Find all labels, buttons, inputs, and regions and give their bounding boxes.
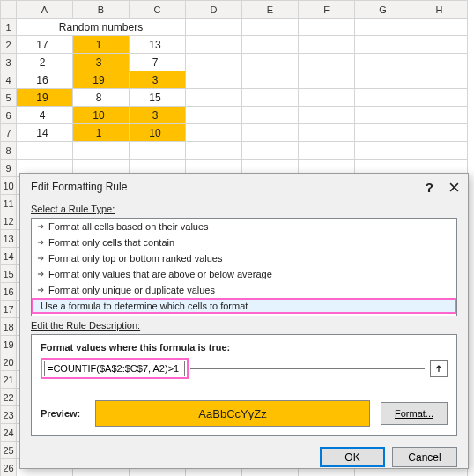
rule-type-item[interactable]: Format only cells that contain (32, 234, 456, 250)
col-header[interactable]: A (17, 1, 73, 19)
row-header[interactable]: 18 (1, 318, 17, 336)
preview-label: Preview: (41, 408, 85, 419)
row-header[interactable]: 26 (1, 459, 17, 477)
row-header[interactable]: 4 (1, 71, 17, 89)
rule-type-list[interactable]: Format all cells based on their values F… (31, 218, 457, 316)
cell[interactable]: 3 (130, 71, 186, 89)
close-icon[interactable] (449, 182, 459, 192)
row-header[interactable]: 17 (1, 301, 17, 318)
row-header[interactable]: 11 (1, 195, 17, 212)
row-header[interactable]: 20 (1, 353, 17, 371)
rule-type-label: Format only values that are above or bel… (48, 269, 272, 279)
cell[interactable]: 1 (73, 36, 130, 54)
cell[interactable]: 16 (17, 71, 73, 89)
row-header[interactable]: 14 (1, 248, 17, 265)
bullet-arrow-icon (37, 255, 45, 262)
row-header[interactable]: 24 (1, 424, 17, 442)
dialog-titlebar[interactable]: Edit Formatting Rule ? (20, 174, 468, 200)
cell[interactable]: 19 (17, 89, 73, 107)
title-cell[interactable]: Random numbers (17, 19, 186, 36)
cell[interactable]: 10 (130, 124, 186, 142)
cell[interactable]: 7 (130, 54, 186, 71)
row-header[interactable]: 9 (1, 160, 17, 177)
formula-underline (190, 368, 425, 369)
row-header[interactable]: 22 (1, 389, 17, 406)
col-header[interactable]: E (242, 1, 299, 19)
row-header[interactable]: 21 (1, 371, 17, 389)
edit-rule-description-label: Edit the Rule Description: (20, 316, 468, 332)
cell[interactable]: 14 (17, 124, 73, 142)
col-header[interactable]: B (73, 1, 130, 19)
row-header[interactable]: 7 (1, 124, 17, 142)
cell[interactable]: 3 (73, 54, 130, 71)
rule-type-label: Format all cells based on their values (48, 221, 209, 232)
edit-formatting-rule-dialog: Edit Formatting Rule ? Select a Rule Typ… (19, 173, 469, 469)
row-header[interactable]: 25 (1, 442, 17, 459)
row-header[interactable]: 1 (1, 19, 17, 36)
row-header[interactable]: 6 (1, 107, 17, 124)
bullet-arrow-icon (37, 271, 45, 278)
row-header[interactable]: 3 (1, 54, 17, 71)
row-header[interactable]: 23 (1, 406, 17, 424)
cell[interactable]: 19 (73, 71, 130, 89)
cell[interactable]: 4 (17, 107, 73, 124)
row-header[interactable]: 13 (1, 230, 17, 248)
rule-type-item-formula[interactable]: Use a formula to determine which cells t… (31, 298, 457, 314)
row-header[interactable]: 12 (1, 212, 17, 230)
rule-description-box: Format values where this formula is true… (31, 334, 457, 436)
help-icon[interactable]: ? (426, 180, 433, 195)
dialog-title: Edit Formatting Rule (31, 181, 426, 193)
col-header[interactable]: F (299, 1, 355, 19)
bullet-arrow-icon (37, 223, 45, 230)
cell[interactable]: 3 (130, 107, 186, 124)
cell[interactable]: 15 (130, 89, 186, 107)
rule-type-item[interactable]: Format only unique or duplicate values (32, 282, 456, 298)
cell[interactable]: 13 (130, 36, 186, 54)
row-header[interactable]: 5 (1, 89, 17, 107)
cell[interactable]: 17 (17, 36, 73, 54)
row-header[interactable]: 8 (1, 142, 17, 160)
row-header[interactable]: 10 (1, 177, 17, 195)
col-header[interactable]: G (355, 1, 411, 19)
rule-type-item[interactable]: Format only top or bottom ranked values (32, 250, 456, 266)
rule-type-item[interactable]: Format only values that are above or bel… (32, 266, 456, 282)
row-header[interactable]: 19 (1, 336, 17, 353)
formula-input[interactable] (44, 361, 185, 376)
rule-type-label: Use a formula to determine which cells t… (41, 301, 248, 311)
col-header[interactable]: C (130, 1, 186, 19)
cell[interactable]: 8 (73, 89, 130, 107)
formula-label: Format values where this formula is true… (41, 342, 448, 353)
cell[interactable]: 2 (17, 54, 73, 71)
row-header[interactable]: 2 (1, 36, 17, 54)
preview-swatch: AaBbCcYyZz (95, 400, 370, 427)
row-header[interactable]: 15 (1, 265, 17, 283)
select-rule-type-label: Select a Rule Type: (20, 200, 468, 216)
col-header[interactable]: D (186, 1, 242, 19)
cell[interactable]: 1 (73, 124, 130, 142)
rule-type-item[interactable]: Format all cells based on their values (32, 219, 456, 234)
rule-type-label: Format only unique or duplicate values (48, 285, 215, 295)
bullet-arrow-icon (37, 239, 45, 246)
rule-type-label: Format only cells that contain (48, 237, 174, 248)
cancel-button[interactable]: Cancel (392, 447, 457, 467)
cell[interactable]: 10 (73, 107, 130, 124)
corner-cell[interactable] (1, 1, 17, 19)
format-button[interactable]: Format... (381, 402, 448, 425)
row-header[interactable]: 16 (1, 283, 17, 301)
ok-button[interactable]: OK (320, 447, 385, 467)
bullet-arrow-icon (37, 286, 45, 294)
col-header[interactable]: H (411, 1, 468, 19)
rule-type-label: Format only top or bottom ranked values (48, 253, 222, 264)
collapse-range-button[interactable] (430, 360, 448, 377)
